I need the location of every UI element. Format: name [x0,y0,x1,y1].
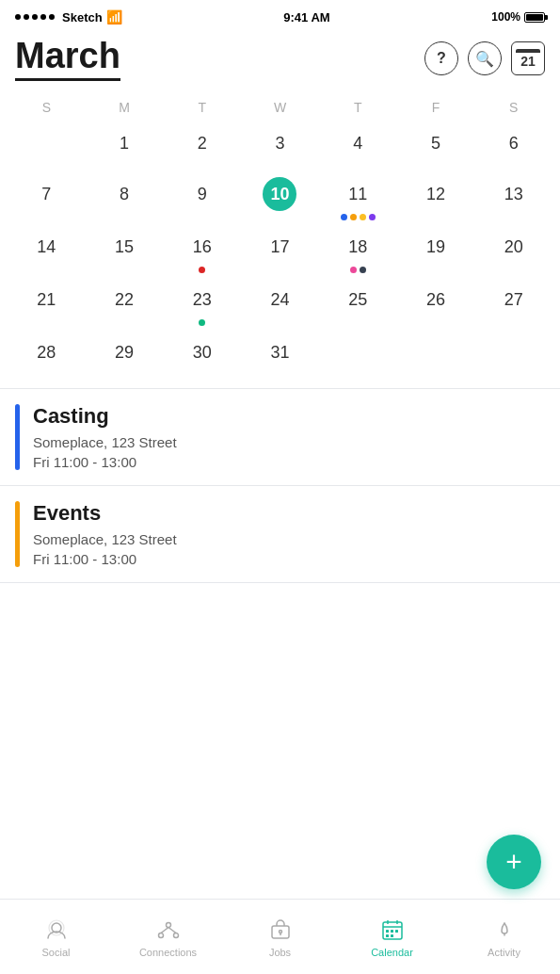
nav-item-social[interactable]: Social [0,917,112,958]
calendar-day[interactable]: 6 [474,122,552,171]
event-item[interactable]: CastingSomeplace, 123 StreetFri 11:00 - … [0,389,560,486]
svg-rect-15 [391,930,393,933]
green-dot [199,319,205,326]
battery-percent: 100% [491,10,520,24]
event-color-bar [15,404,20,470]
calendar-day[interactable]: 1 [86,122,164,171]
help-icon: ? [437,50,446,67]
nav-item-activity[interactable]: Activity [448,917,560,958]
svg-rect-16 [395,930,398,933]
calendar-day [397,332,475,381]
yellow-dot [360,214,366,220]
calendar-day[interactable]: 24 [241,279,319,330]
calendar-label: Calendar [371,947,413,958]
wifi-icon: 📶 [106,9,122,24]
event-title: Casting [33,404,545,429]
calendar-grid: 1234567891011121314151617181920212223242… [8,122,552,381]
svg-point-8 [279,930,281,933]
event-title: Events [33,501,545,526]
dark-dot [360,267,366,273]
nav-item-jobs[interactable]: Jobs [224,917,336,958]
day-dots [199,318,205,326]
calendar-day[interactable]: 21 [8,279,86,330]
calendar-day[interactable]: 22 [86,279,164,330]
calendar-day [8,122,86,171]
calendar-day[interactable]: 18 [319,226,397,277]
calendar-day [319,332,397,381]
svg-point-4 [173,933,178,937]
calendar-day[interactable]: 15 [86,226,164,277]
weekday-mon: M [86,96,164,119]
orange-dot [350,214,357,220]
calendar-day[interactable]: 3 [241,122,319,171]
search-icon: 🔍 [475,50,494,68]
calendar-day[interactable]: 14 [8,226,86,277]
plus-icon: + [505,848,522,876]
weekday-fri: F [397,96,475,119]
calendar-nav-button[interactable]: 21 [511,41,545,75]
calendar-day[interactable]: 20 [474,226,552,277]
status-bar: Sketch 📶 9:41 AM 100% [0,0,560,30]
day-dots [350,266,366,273]
calendar-icon [379,917,406,943]
connections-label: Connections [139,947,197,958]
jobs-icon [267,917,294,943]
social-label: Social [42,947,71,958]
event-location: Someplace, 123 Street [33,434,545,450]
calendar-day[interactable]: 5 [397,122,475,171]
calendar-day[interactable]: 25 [319,279,397,330]
day-dots [199,266,205,273]
calendar-day[interactable]: 23 [163,279,241,330]
jobs-label: Jobs [269,947,291,958]
bottom-nav: Social Connections Jobs [0,899,560,974]
calendar-section: S M T W T F S 12345678910111213141516171… [0,85,560,388]
help-button[interactable]: ? [424,41,458,75]
connections-icon [155,917,182,943]
calendar-day[interactable]: 26 [397,279,475,330]
calendar-day[interactable]: 12 [397,173,475,224]
search-button[interactable]: 🔍 [468,41,502,75]
calendar-day[interactable]: 11 [319,173,397,224]
calendar-day[interactable]: 28 [8,332,86,381]
event-location: Someplace, 123 Street [33,531,545,547]
weekday-sun: S [8,96,86,119]
calendar-day[interactable]: 13 [474,173,552,224]
event-item[interactable]: EventsSomeplace, 123 StreetFri 11:00 - 1… [0,486,560,583]
calendar-day[interactable]: 8 [86,173,164,224]
nav-item-connections[interactable]: Connections [112,917,224,958]
weekday-tue: T [163,96,241,119]
day-dots [341,213,376,220]
calendar-day[interactable]: 19 [397,226,475,277]
calendar-top-bar [516,49,540,53]
add-event-button[interactable]: + [487,835,541,889]
time-label: 9:41 AM [283,10,329,24]
calendar-day[interactable]: 17 [241,226,319,277]
svg-rect-17 [386,934,389,937]
svg-line-6 [168,927,176,933]
calendar-day[interactable]: 30 [163,332,241,381]
activity-label: Activity [488,947,520,958]
weekday-wed: W [241,96,319,119]
svg-rect-7 [272,926,289,938]
red-dot [199,267,205,273]
calendar-day[interactable]: 10 [241,173,319,224]
nav-item-calendar[interactable]: Calendar [336,917,448,958]
calendar-day-number: 21 [520,55,536,68]
event-content: EventsSomeplace, 123 StreetFri 11:00 - 1… [33,501,545,567]
svg-rect-18 [391,934,393,937]
battery-icon [524,12,545,23]
header: March ? 🔍 21 [0,30,560,85]
calendar-day[interactable]: 27 [474,279,552,330]
calendar-day[interactable]: 2 [163,122,241,171]
calendar-day[interactable]: 16 [163,226,241,277]
calendar-day[interactable]: 4 [319,122,397,171]
calendar-day[interactable]: 9 [163,173,241,224]
calendar-day[interactable]: 29 [86,332,164,381]
svg-point-2 [166,922,170,927]
activity-icon [491,917,518,943]
calendar-day[interactable]: 7 [8,173,86,224]
calendar-day[interactable]: 31 [241,332,319,381]
weekday-thu: T [319,96,397,119]
calendar-day [474,332,552,381]
status-left: Sketch 📶 [15,9,122,24]
